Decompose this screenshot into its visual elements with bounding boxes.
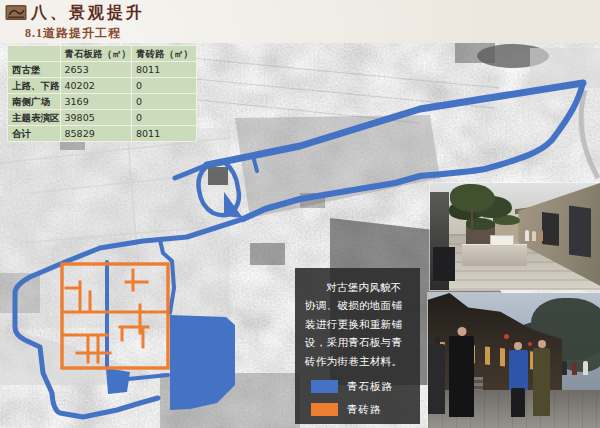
road-area-table: 青石板路（㎡）青砖路（㎡） 西古堡26538011上路、下路402020南侧广场… <box>7 45 197 142</box>
table-cell: 8011 <box>132 126 197 142</box>
table-cell: 西古堡 <box>8 62 61 78</box>
red-lantern <box>504 334 509 339</box>
table-row: 主题表演区398050 <box>8 110 197 126</box>
pedestrian-figure <box>449 336 475 417</box>
table-cell: 40202 <box>60 78 132 94</box>
table-row: 西古堡26538011 <box>8 62 197 78</box>
pedestrian-figure <box>533 348 550 416</box>
table-header-cell: 青砖路（㎡） <box>132 46 197 62</box>
page-subtitle: 8.1道路提升工程 <box>25 25 121 42</box>
legend-row: 青石板路 <box>311 380 410 394</box>
legend-label: 青石板路 <box>347 380 393 394</box>
legend-swatch <box>311 380 338 393</box>
pedestrian-figure <box>572 362 577 375</box>
slide: 八、景观提升 8.1道路提升工程 青石板路（㎡）青砖路（㎡） 西古堡265380… <box>0 0 600 428</box>
table-cell: 主题表演区 <box>8 110 61 126</box>
legend-swatch <box>311 403 338 416</box>
table-cell: 3169 <box>60 94 132 110</box>
table-cell: 0 <box>132 110 197 126</box>
photo-street-day <box>430 183 600 290</box>
table-cell: 39805 <box>60 110 132 126</box>
table-cell: 0 <box>132 78 197 94</box>
table-cell: 8011 <box>132 62 197 78</box>
tree-trunk <box>471 207 473 235</box>
pedestrian-figure <box>583 361 588 375</box>
pedestrian-figure <box>539 230 543 241</box>
pedestrian-figure <box>428 344 445 414</box>
table-cell: 85829 <box>60 126 132 142</box>
table-header-row: 青石板路（㎡）青砖路（㎡） <box>8 46 197 62</box>
table-row: 合计858298011 <box>8 126 197 142</box>
table-row: 南侧广场31690 <box>8 94 197 110</box>
window-opening <box>569 205 591 257</box>
photo-street-dusk <box>428 293 600 428</box>
page-title: 八、景观提升 <box>31 3 145 24</box>
legend-row: 青砖路 <box>311 403 410 417</box>
table-header-cell <box>8 46 61 62</box>
legend-label: 青砖路 <box>347 403 382 417</box>
sign-board <box>490 235 514 246</box>
note-box: 对古堡内风貌不协调、破损的地面铺装进行更换和重新铺设，采用青石板与青砖作为街巷主… <box>295 268 420 424</box>
bronze-artifact-icon <box>5 4 27 21</box>
pedestrian-figure <box>511 388 525 418</box>
pedestrian-figure <box>509 350 528 391</box>
table-cell: 上路、下路 <box>8 78 61 94</box>
window-opening <box>542 212 559 246</box>
table-cell: 0 <box>132 94 197 110</box>
pedestrian-figure <box>525 230 529 241</box>
stone-plaza-small <box>106 368 130 394</box>
table-header-cell: 青石板路（㎡） <box>60 46 132 62</box>
map-legend: 青石板路青砖路 <box>311 380 410 417</box>
pedestrian-figure <box>532 231 536 241</box>
table-cell: 南侧广场 <box>8 94 61 110</box>
table-row: 上路、下路402020 <box>8 78 197 94</box>
pedestrian-figure <box>562 361 567 375</box>
table-cell: 合计 <box>8 126 61 142</box>
red-lantern <box>528 342 532 346</box>
bin <box>433 247 455 281</box>
table-cell: 2653 <box>60 62 132 78</box>
stone-planter <box>462 244 527 266</box>
note-text: 对古堡内风貌不协调、破损的地面铺装进行更换和重新铺设，采用青石板与青砖作为街巷主… <box>305 278 410 370</box>
